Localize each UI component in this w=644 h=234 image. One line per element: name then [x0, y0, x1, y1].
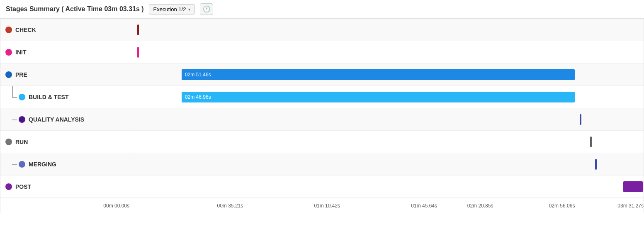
bar-post: [623, 181, 643, 192]
bar-init: [137, 47, 139, 58]
bar-merging: [595, 159, 597, 170]
stage-label-check: CHECK: [15, 27, 36, 33]
chart-row-post: [133, 176, 644, 198]
stage-label-post: POST: [15, 183, 31, 190]
stage-label-quality: QUALITY ANALYSIS: [29, 116, 84, 123]
stage-label-build-test: BUILD & TEST: [29, 94, 68, 100]
dot-pre: [5, 71, 12, 78]
execution-selector[interactable]: Execution 1/2 ▾: [149, 4, 195, 15]
stage-row-build-test[interactable]: BUILD & TEST: [0, 86, 133, 108]
clock-icon: 🕐: [203, 5, 211, 13]
axis-spacer: 00m 00.00s: [0, 198, 133, 213]
clock-button[interactable]: 🕐: [200, 3, 213, 15]
stage-row-merging[interactable]: MERGING: [0, 153, 133, 176]
stages-panel: CHECK INIT PRE BUILD & TEST: [0, 19, 133, 198]
chart-row-pre: 02m 51.46s: [133, 63, 644, 86]
axis-label-0: 00m 00.00s: [103, 203, 129, 209]
dot-run: [5, 139, 12, 145]
chart-row-check: [133, 19, 644, 41]
dot-check: [5, 27, 12, 33]
stage-label-merging: MERGING: [29, 161, 56, 168]
axis-label-4: 02m 20.85s: [467, 203, 493, 209]
axis-label-2: 01m 10.42s: [314, 203, 340, 209]
chevron-down-icon: ▾: [188, 7, 190, 12]
bar-build-test-label: 02m 46.96s: [185, 94, 211, 100]
bar-run: [590, 136, 592, 147]
bar-pre: 02m 51.46s: [182, 69, 575, 80]
stage-row-quality[interactable]: QUALITY ANALYSIS: [0, 108, 133, 131]
chart-row-run: [133, 131, 644, 153]
connector-quality: [10, 108, 17, 131]
bar-pre-label: 02m 51.46s: [185, 72, 211, 78]
header: Stages Summary ( Active Time 03m 03.31s …: [0, 0, 644, 19]
stage-row-init[interactable]: INIT: [0, 41, 133, 63]
bar-check: [137, 24, 139, 35]
execution-label: Execution 1/2: [153, 6, 186, 12]
stage-label-run: RUN: [15, 139, 28, 145]
dot-build-test: [19, 94, 25, 100]
bar-build-test: 02m 46.96s: [182, 92, 575, 102]
axis-labels-container: 00m 35.21s 01m 10.42s 01m 45.64s 02m 20.…: [133, 198, 644, 213]
stage-row-post[interactable]: POST: [0, 176, 133, 198]
stage-label-init: INIT: [15, 49, 26, 56]
dot-init: [5, 49, 12, 56]
stage-row-run[interactable]: RUN: [0, 131, 133, 153]
axis-label-6: 03m 31.27s: [617, 203, 644, 209]
chart-panel: 02m 51.46s 02m 46.96s: [133, 19, 644, 198]
gantt-chart: CHECK INIT PRE BUILD & TEST: [0, 19, 644, 213]
chart-row-quality: [133, 108, 644, 131]
dot-post: [5, 183, 12, 190]
axis-label-3: 01m 45.64s: [411, 203, 437, 209]
stage-row-check[interactable]: CHECK: [0, 19, 133, 41]
time-axis: 00m 00.00s 00m 35.21s 01m 10.42s 01m 45.…: [0, 198, 644, 213]
page-title: Stages Summary ( Active Time 03m 03.31s …: [6, 5, 144, 13]
stage-label-pre: PRE: [15, 71, 27, 78]
stage-row-pre[interactable]: PRE: [0, 63, 133, 86]
dot-quality: [19, 116, 25, 123]
chart-row-init: [133, 41, 644, 63]
axis-label-1: 00m 35.21s: [217, 203, 243, 209]
chart-row-merging: [133, 153, 644, 176]
axis-label-5: 02m 56.06s: [549, 203, 575, 209]
bar-quality: [580, 114, 581, 125]
dot-merging: [19, 161, 25, 168]
connector-build-test: [10, 86, 17, 108]
connector-merging: [10, 153, 17, 176]
chart-row-build-test: 02m 46.96s: [133, 86, 644, 108]
